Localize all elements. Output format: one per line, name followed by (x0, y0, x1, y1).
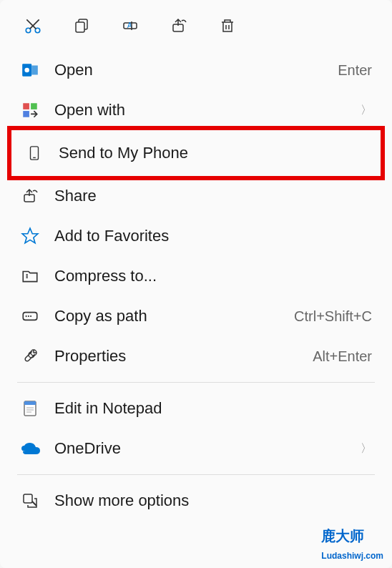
svg-rect-34 (24, 494, 32, 503)
copy-icon[interactable] (72, 16, 92, 36)
svg-rect-30 (24, 401, 36, 405)
menu-copy-path-shortcut: Ctrl+Shift+C (294, 308, 372, 325)
menu-show-more-label: Show more options (54, 491, 372, 510)
watermark-sub: Ludashiwj.com (321, 551, 383, 561)
menu-send-to-phone[interactable]: Send to My Phone (7, 126, 385, 180)
svg-rect-16 (31, 103, 37, 109)
menu-open-with[interactable]: Open with 〉 (0, 90, 392, 130)
share-icon[interactable] (169, 16, 189, 36)
menu-add-favorites[interactable]: Add to Favorites (0, 216, 392, 256)
watermark: 鹿大师 Ludashiwj.com (321, 527, 383, 562)
wrench-icon (20, 346, 40, 366)
toolbar: A (0, 10, 392, 50)
svg-rect-15 (23, 103, 29, 109)
phone-icon (24, 143, 44, 163)
menu-open-shortcut: Enter (338, 62, 372, 79)
menu-show-more[interactable]: Show more options (0, 481, 392, 521)
menu-compress-label: Compress to... (54, 267, 372, 285)
svg-rect-13 (31, 66, 38, 75)
menu-share-label: Share (54, 187, 372, 205)
show-more-icon (20, 491, 40, 511)
menu-send-to-phone-label: Send to My Phone (59, 144, 368, 162)
menu-properties-label: Properties (54, 347, 298, 366)
share-menu-icon (20, 186, 40, 206)
menu-copy-path[interactable]: Copy as path Ctrl+Shift+C (0, 296, 392, 336)
rename-icon[interactable]: A (120, 16, 140, 36)
menu-copy-path-label: Copy as path (54, 307, 280, 325)
menu-compress[interactable]: Compress to... (0, 256, 392, 296)
chevron-right-icon: 〉 (361, 103, 372, 118)
divider (17, 382, 375, 383)
star-icon (20, 226, 40, 246)
menu-properties[interactable]: Properties Alt+Enter (0, 336, 392, 376)
chevron-right-icon: 〉 (361, 441, 372, 456)
zip-icon (20, 266, 40, 286)
delete-icon[interactable] (217, 16, 237, 36)
open-with-icon (20, 100, 40, 120)
context-menu: A Open Ente (0, 0, 392, 568)
svg-rect-24 (23, 313, 37, 320)
notepad-icon (20, 398, 40, 418)
onedrive-icon (20, 439, 40, 459)
outlook-icon (20, 60, 40, 80)
svg-rect-17 (23, 111, 29, 117)
menu-open-label: Open (54, 61, 323, 79)
menu-onedrive-label: OneDrive (54, 439, 346, 458)
svg-rect-5 (76, 22, 84, 32)
menu-open-with-label: Open with (54, 101, 346, 119)
menu-open[interactable]: Open Enter (0, 50, 392, 90)
menu-share[interactable]: Share (0, 176, 392, 216)
copy-path-icon (20, 306, 40, 326)
menu-properties-shortcut: Alt+Enter (313, 348, 372, 365)
menu-onedrive[interactable]: OneDrive 〉 (0, 429, 392, 469)
divider (17, 474, 375, 475)
menu-add-favorites-label: Add to Favorites (54, 227, 372, 245)
menu-edit-notepad-label: Edit in Notepad (54, 399, 372, 418)
watermark-title: 鹿大师 (321, 528, 364, 544)
menu-edit-notepad[interactable]: Edit in Notepad (0, 388, 392, 429)
cut-icon[interactable] (23, 16, 43, 36)
svg-point-14 (24, 68, 29, 73)
